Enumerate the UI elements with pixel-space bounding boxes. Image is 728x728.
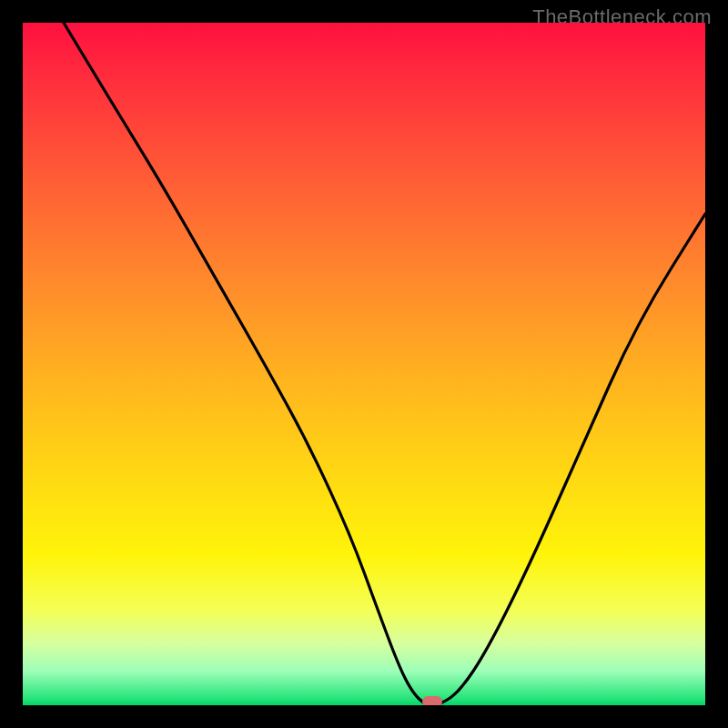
plot-area	[23, 23, 705, 705]
optimum-marker	[422, 696, 442, 705]
chart-frame: TheBottleneck.com	[0, 0, 728, 728]
bottleneck-curve	[23, 23, 705, 705]
